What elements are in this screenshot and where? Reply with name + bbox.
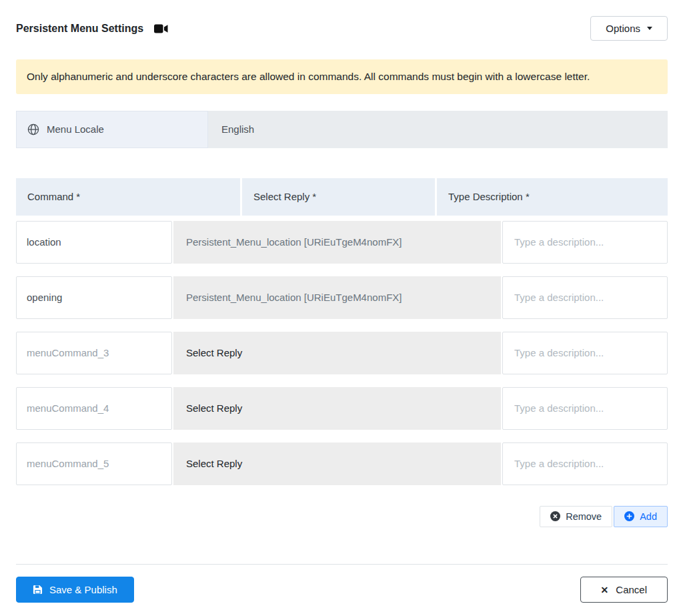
alert-message: Only alphanumeric and underscore charact… [27, 71, 590, 82]
command-rules-alert: Only alphanumeric and underscore charact… [16, 59, 668, 94]
reply-select-label: Persistent_Menu_location [URiEuTgeM4nomF… [186, 236, 402, 248]
menu-locale-label: Menu Locale [47, 123, 104, 135]
add-row-button[interactable]: Add [614, 506, 668, 527]
column-header-select-reply: Select Reply * [242, 178, 435, 216]
reply-select-label: Persistent_Menu_location [URiEuTgeM4nomF… [186, 292, 402, 303]
reply-select[interactable]: Persistent_Menu_location [URiEuTgeM4nomF… [173, 221, 501, 264]
cancel-button[interactable]: ✕ Cancel [580, 577, 668, 603]
description-input[interactable] [502, 332, 668, 374]
footer-bar: Save & Publish ✕ Cancel [16, 564, 668, 603]
reply-select-label: Select Reply [186, 402, 242, 414]
menu-locale-value[interactable]: English [208, 111, 668, 148]
table-row: Select Reply [16, 442, 668, 485]
remove-circle-icon [550, 511, 560, 521]
remove-row-button[interactable]: Remove [540, 506, 612, 527]
menu-locale-label-cell: Menu Locale [16, 111, 208, 148]
options-button[interactable]: Options [590, 16, 668, 41]
table-row: Select Reply [16, 332, 668, 374]
table-row: Persistent_Menu_location [URiEuTgeM4nomF… [16, 276, 668, 319]
table-rows: Persistent_Menu_location [URiEuTgeM4nomF… [16, 221, 668, 498]
command-input[interactable] [16, 221, 172, 264]
title-wrap: Persistent Menu Settings [16, 23, 168, 35]
chevron-down-icon [647, 27, 652, 30]
reply-select-label: Select Reply [186, 458, 242, 469]
options-button-label: Options [606, 23, 640, 34]
close-icon: ✕ [601, 585, 609, 595]
save-publish-button[interactable]: Save & Publish [16, 577, 134, 603]
remove-button-label: Remove [566, 511, 602, 522]
globe-icon [27, 123, 39, 135]
description-input[interactable] [502, 276, 668, 319]
command-input[interactable] [16, 332, 172, 374]
menu-locale-selected: English [221, 123, 254, 135]
reply-select[interactable]: Select Reply [173, 442, 501, 485]
table-row: Select Reply [16, 387, 668, 430]
column-header-type-description: Type Description * [437, 178, 668, 216]
add-button-label: Add [640, 511, 657, 522]
page-title: Persistent Menu Settings [16, 23, 143, 35]
column-header-command: Command * [16, 178, 240, 216]
save-publish-label: Save & Publish [49, 584, 117, 595]
cancel-label: Cancel [616, 584, 647, 595]
reply-select-label: Select Reply [186, 347, 242, 358]
command-input[interactable] [16, 387, 172, 430]
video-camera-icon [154, 24, 168, 33]
add-circle-icon [624, 511, 634, 521]
description-input[interactable] [502, 221, 668, 264]
reply-select[interactable]: Persistent_Menu_location [URiEuTgeM4nomF… [173, 276, 501, 319]
reply-select[interactable]: Select Reply [173, 332, 501, 374]
description-input[interactable] [502, 387, 668, 430]
command-input[interactable] [16, 276, 172, 319]
save-icon [33, 585, 43, 595]
menu-locale-group: Menu Locale English [16, 111, 668, 148]
row-actions: Remove Add [16, 506, 668, 527]
reply-select[interactable]: Select Reply [173, 387, 501, 430]
table-header-row: Command * Select Reply * Type Descriptio… [16, 178, 668, 216]
command-input[interactable] [16, 442, 172, 485]
description-input[interactable] [502, 442, 668, 485]
table-row: Persistent_Menu_location [URiEuTgeM4nomF… [16, 221, 668, 264]
page-header: Persistent Menu Settings Options [16, 16, 668, 41]
persistent-menu-settings-page: Persistent Menu Settings Options Only al… [0, 0, 685, 616]
